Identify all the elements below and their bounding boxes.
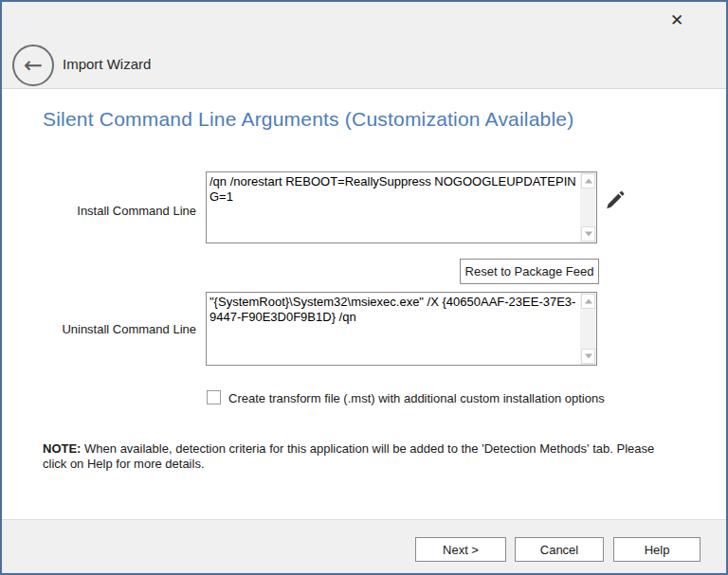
transform-file-checkbox-label: Create transform file (.mst) with additi… xyxy=(228,391,605,405)
triangle-up-icon xyxy=(585,299,592,304)
back-arrow-icon: ← xyxy=(24,52,43,79)
close-button[interactable]: ✕ xyxy=(664,8,689,32)
close-icon: ✕ xyxy=(670,10,683,29)
scroll-up-button[interactable] xyxy=(581,294,595,309)
next-button[interactable]: Next > xyxy=(415,537,506,562)
install-command-field-frame: /qn /norestart REBOOT=ReallySuppress NOG… xyxy=(206,171,597,243)
note-prefix: NOTE: xyxy=(43,441,81,456)
wizard-header: ← Import Wizard xyxy=(2,2,726,89)
wizard-title: Import Wizard xyxy=(63,56,151,72)
cancel-button[interactable]: Cancel xyxy=(515,537,604,562)
uninstall-command-label: Uninstall Command Line xyxy=(2,322,196,336)
triangle-down-icon xyxy=(585,354,592,359)
back-button[interactable]: ← xyxy=(12,45,54,86)
reset-to-package-feed-button[interactable]: Reset to Package Feed xyxy=(460,259,599,284)
uninstall-command-field-frame: "{SystemRoot}\System32\msiexec.exe" /X {… xyxy=(206,292,597,366)
wizard-footer: Next > Cancel Help xyxy=(2,519,726,573)
note-text: NOTE: When available, detection criteria… xyxy=(43,441,676,472)
scroll-down-button[interactable] xyxy=(581,226,595,242)
help-button[interactable]: Help xyxy=(613,537,701,562)
uninstall-command-input[interactable]: "{SystemRoot}\System32\msiexec.exe" /X {… xyxy=(207,293,580,365)
install-command-input[interactable]: /qn /norestart REBOOT=ReallySuppress NOG… xyxy=(207,172,580,243)
page-title: Silent Command Line Arguments (Customiza… xyxy=(43,108,573,131)
scroll-up-button[interactable] xyxy=(581,173,595,189)
import-wizard-dialog: ← Import Wizard ✕ Silent Command Line Ar… xyxy=(0,0,728,575)
note-body: When available, detection criteria for t… xyxy=(43,441,654,471)
install-command-scrollbar[interactable] xyxy=(580,172,596,243)
triangle-down-icon xyxy=(585,232,592,237)
transform-file-checkbox[interactable] xyxy=(207,390,221,404)
edit-pencil-icon[interactable] xyxy=(603,189,626,212)
uninstall-command-scrollbar[interactable] xyxy=(580,293,596,365)
install-command-label: Install Command Line xyxy=(2,204,196,218)
scroll-down-button[interactable] xyxy=(581,349,595,364)
triangle-up-icon xyxy=(585,179,592,184)
